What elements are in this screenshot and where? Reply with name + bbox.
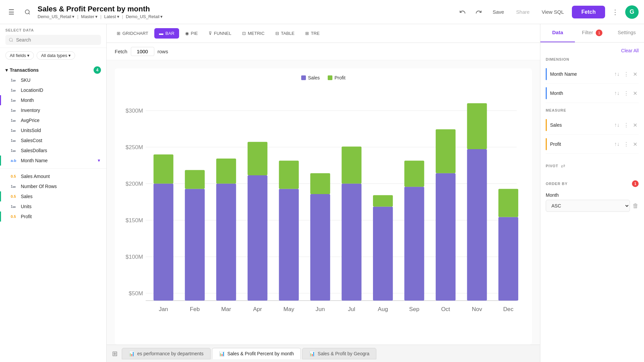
field-name: Inventory [21, 108, 101, 113]
tab-sales-profit-geo[interactable]: 📊 Sales & Profit by Geogra [302, 348, 376, 359]
legend-sales: Sales [301, 75, 320, 80]
field-item-monthname[interactable]: a-b Month Name ▼ [0, 156, 106, 166]
tab-settings[interactable]: Settings [609, 24, 644, 42]
fetch-input[interactable] [131, 47, 154, 56]
sidebar-header: SELECT DATA [0, 24, 106, 48]
metric-button[interactable]: ⊡ METRIC [237, 28, 269, 39]
more-options-button[interactable]: ⋮ [609, 6, 621, 18]
breadcrumb-demo-us-retail[interactable]: Demo_US_Retail ▾ [38, 14, 74, 19]
right-panel-content: Clear All DIMENSION Month Name ↑↓ ⋮ ✕ Mo… [540, 43, 644, 362]
sort-button[interactable]: ↑↓ [613, 140, 621, 148]
center-area: ⊞ GRIDCHART ▬ BAR ◉ PIE ⊽ FUNNEL ⊡ METRI… [107, 24, 540, 362]
field-name: AvgPrice [21, 118, 101, 123]
right-panel: Data Filter 1 Settings Clear All DIMENSI… [540, 24, 644, 362]
table-button[interactable]: ⊟ TABLE [271, 28, 299, 39]
redo-button[interactable] [473, 6, 485, 18]
legend-sales-label: Sales [308, 75, 320, 80]
transactions-section-header[interactable]: ▾ Transactions 4 [0, 63, 106, 75]
remove-button[interactable]: ✕ [632, 89, 639, 97]
svg-text:$50M: $50M [129, 290, 143, 297]
clear-all-button[interactable]: Clear All [621, 48, 639, 53]
svg-rect-45 [467, 149, 487, 301]
field-item-profit[interactable]: 0.5 Profit [0, 212, 106, 222]
gridchart-button[interactable]: ⊞ GRIDCHART [112, 28, 153, 39]
dimension-actions: ↑↓ ⋮ ✕ [613, 89, 639, 97]
svg-text:Jul: Jul [348, 306, 355, 312]
field-item-salesamount[interactable]: 0.5 Sales Amount [0, 171, 106, 181]
sort-button[interactable]: ↑↓ [613, 89, 621, 97]
undo-button[interactable] [457, 6, 469, 18]
sort-button[interactable]: ↑↓ [613, 121, 621, 129]
tree-button[interactable]: ⊞ TRE [301, 28, 324, 39]
funnel-button[interactable]: ⊽ FUNNEL [204, 28, 236, 39]
svg-text:May: May [283, 306, 294, 312]
tab-add-button[interactable]: ⊞ [109, 348, 120, 359]
remove-button[interactable]: ✕ [632, 121, 639, 129]
field-item-sales[interactable]: 0.5 Sales [0, 191, 106, 201]
tab-sales-profit-month[interactable]: 📊 Sales & Profit Percent by month [212, 348, 301, 359]
order-direction-select[interactable]: ASC DESC [546, 200, 630, 212]
order-delete-button[interactable]: 🗑 [633, 202, 639, 209]
measure-name: Sales [550, 122, 613, 128]
remove-button[interactable]: ✕ [632, 70, 639, 78]
svg-text:Jan: Jan [159, 306, 168, 312]
share-button[interactable]: Share [512, 7, 534, 17]
save-button[interactable]: Save [489, 7, 508, 17]
more-button[interactable]: ⋮ [622, 70, 630, 78]
tab-dept-performance[interactable]: 📊 es performance by departments [122, 348, 211, 359]
fetch-row: Fetch rows [107, 43, 540, 60]
field-item-locationid[interactable]: 1₂₃ LocationID [0, 85, 106, 95]
field-item-inventory[interactable]: 1₂₃ Inventory [0, 105, 106, 115]
dimension-name: Month Name [550, 71, 613, 77]
field-item-month[interactable]: 1₂₃ Month [0, 95, 106, 105]
dimension-label: DIMENSION [546, 57, 639, 61]
svg-rect-31 [310, 173, 330, 194]
svg-rect-25 [248, 142, 267, 175]
svg-text:$250M: $250M [125, 144, 143, 150]
measure-bar [546, 138, 547, 150]
svg-rect-43 [436, 129, 455, 173]
topbar-actions: Save Share View SQL Fetch ⋮ G [457, 5, 639, 19]
filter-badge: 1 [596, 29, 602, 36]
all-data-types-filter[interactable]: All data types ▾ [37, 51, 75, 60]
more-button[interactable]: ⋮ [622, 89, 630, 97]
field-type-icon: 0.5 [11, 194, 18, 198]
fetch-button[interactable]: Fetch [572, 6, 605, 18]
field-item-sku[interactable]: 1₂₃ SKU [0, 75, 106, 85]
field-name: Profit [21, 214, 101, 219]
field-item-avgprice[interactable]: 1₂₃ AvgPrice [0, 115, 106, 125]
svg-point-0 [25, 10, 29, 14]
bar-button[interactable]: ▬ BAR [154, 28, 179, 39]
sort-button[interactable]: ↑↓ [613, 70, 621, 78]
field-item-numrows[interactable]: 1₂₃ Number Of Rows [0, 181, 106, 191]
field-item-unitssold[interactable]: 1₂₃ UnitsSold [0, 125, 106, 135]
avatar: G [625, 5, 639, 19]
more-button[interactable]: ⋮ [622, 140, 630, 148]
sidebar: SELECT DATA All fields ▾ All data types … [0, 24, 107, 362]
pie-button[interactable]: ◉ PIE [180, 28, 203, 39]
all-fields-filter[interactable]: All fields ▾ [5, 51, 34, 60]
tab-filter[interactable]: Filter 1 [575, 24, 609, 42]
breadcrumb-demo-us-retail2[interactable]: Demo_US_Retail ▾ [126, 14, 163, 19]
tab-data[interactable]: Data [540, 24, 575, 42]
menu-button[interactable]: ☰ [5, 6, 17, 18]
field-name: Sales Amount [21, 174, 101, 179]
remove-button[interactable]: ✕ [632, 140, 639, 148]
field-name: LocationID [21, 87, 101, 93]
view-sql-button[interactable]: View SQL [538, 7, 568, 17]
chevron-down-icon: ▾ [27, 53, 30, 58]
dimension-month-name: Month Name ↑↓ ⋮ ✕ [546, 65, 639, 84]
more-button[interactable]: ⋮ [622, 121, 630, 129]
search-input[interactable] [16, 37, 98, 43]
search-button[interactable] [21, 6, 34, 18]
breadcrumb-latest[interactable]: Latest ▾ [104, 14, 119, 19]
field-item-units[interactable]: 1₂₃ Units [0, 201, 106, 212]
breadcrumb-master[interactable]: Master ▾ [81, 14, 98, 19]
svg-rect-24 [248, 175, 267, 301]
tree-icon: ⊞ [305, 31, 309, 36]
svg-rect-16 [154, 155, 173, 184]
field-item-salescost[interactable]: 1₂₃ SalesCost [0, 135, 106, 145]
order-item-month: Month ASC DESC 🗑 [546, 190, 639, 215]
bottom-tabs: ⊞ 📊 es performance by departments 📊 Sale… [107, 345, 540, 362]
field-item-salesdollars[interactable]: 1₂₃ SalesDollars [0, 145, 106, 156]
